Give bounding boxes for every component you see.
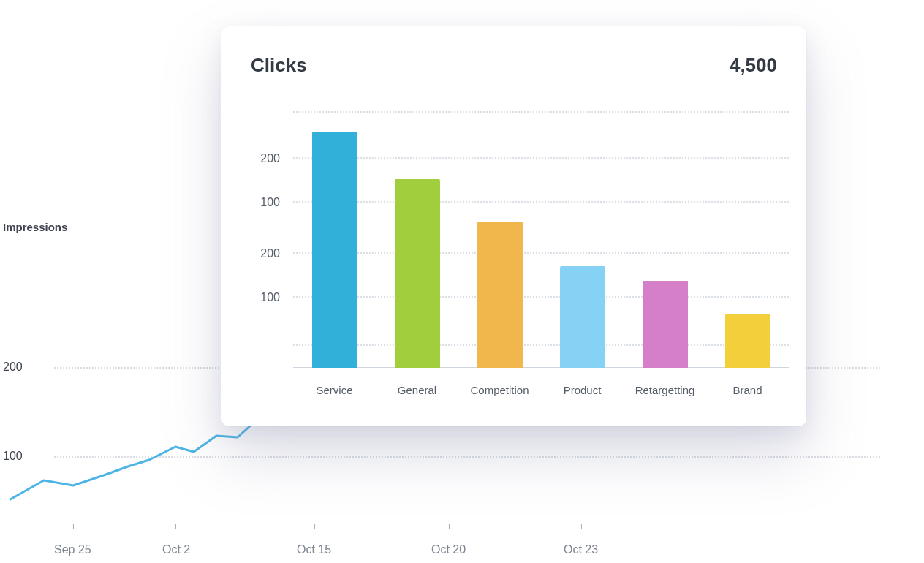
impressions-ytick: 200 [3, 360, 23, 374]
impressions-title: Impressions [3, 221, 67, 233]
clicks-bar-brand [725, 314, 770, 368]
clicks-bar-label: Retargetting [635, 384, 695, 396]
clicks-bar-slot: Service [293, 132, 376, 368]
impressions-xaxis-tick [581, 524, 582, 529]
clicks-bar-label: Brand [732, 384, 762, 396]
clicks-total: 4,500 [730, 54, 777, 77]
impressions-xtick: Oct 15 [297, 543, 331, 556]
clicks-bar-label: Service [316, 384, 352, 396]
clicks-bar-retargetting [643, 281, 688, 368]
clicks-title: Clicks [251, 54, 307, 77]
clicks-bar-competition [477, 222, 523, 368]
impressions-gridline [54, 456, 880, 458]
clicks-ytick: 100 [260, 291, 280, 304]
clicks-bar-service [312, 132, 357, 368]
clicks-bar-slot: Product [541, 266, 624, 368]
clicks-ytick: 200 [260, 247, 280, 260]
impressions-xaxis-tick [175, 524, 176, 529]
clicks-bar-slot: Retargetting [624, 281, 706, 368]
impressions-xtick: Oct 2 [162, 543, 190, 556]
clicks-ytick: 200 [260, 152, 280, 165]
impressions-ytick: 100 [3, 450, 23, 463]
impressions-xtick: Sep 25 [54, 543, 91, 556]
impressions-xaxis-tick [314, 524, 315, 529]
clicks-bars-container: Service General Competition Product Reta… [293, 111, 789, 368]
clicks-bar-slot: Brand [706, 314, 789, 368]
clicks-bar-slot: Competition [458, 222, 541, 368]
clicks-bar-label: General [398, 384, 436, 396]
clicks-card: Clicks 4,500 200 100 200 100 Service [221, 26, 806, 426]
impressions-xtick: Oct 23 [564, 543, 598, 556]
clicks-bar-label: Competition [470, 384, 529, 396]
clicks-bar-general [395, 179, 440, 368]
clicks-bar-product [560, 266, 605, 368]
impressions-xtick: Oct 20 [431, 543, 466, 556]
clicks-bar-label: Product [564, 384, 602, 396]
clicks-bar-slot: General [376, 179, 458, 368]
impressions-xaxis-tick [449, 524, 450, 529]
clicks-plot: 200 100 200 100 Service General Co [293, 111, 789, 368]
clicks-ytick: 100 [260, 196, 280, 209]
impressions-xaxis-tick [73, 524, 74, 529]
